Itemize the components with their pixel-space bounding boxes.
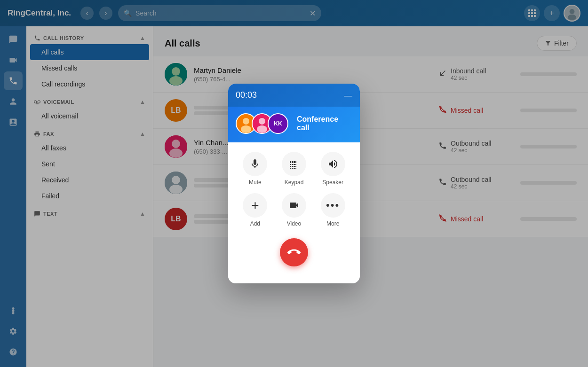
svg-point-24 [243, 118, 249, 125]
controls-row-2: + Add Video ••• More [236, 193, 352, 227]
speaker-button[interactable]: Speaker [319, 152, 347, 186]
call-modal-header: 00:03 — [228, 84, 360, 107]
speaker-icon [321, 152, 345, 176]
keypad-label: Keypad [285, 179, 304, 186]
end-call-area [236, 234, 352, 274]
minimize-button[interactable]: — [344, 91, 352, 100]
controls-row-1: Mute Keypad Speake [236, 152, 352, 186]
mute-button[interactable]: Mute [241, 152, 269, 186]
add-label: Add [250, 220, 260, 227]
video-icon [282, 193, 306, 218]
more-label: More [326, 220, 339, 227]
add-call-button[interactable]: + Add [241, 193, 269, 227]
more-button[interactable]: ••• More [319, 193, 347, 227]
svg-point-25 [241, 125, 251, 133]
call-modal-participants: KK Conference call [228, 107, 360, 142]
call-timer: 00:03 [236, 90, 257, 100]
conference-label: Conference call [297, 115, 352, 132]
participant-avatars: KK [236, 113, 288, 134]
add-icon: + [243, 193, 267, 218]
mute-icon [243, 152, 267, 176]
call-modal: 00:03 — [228, 84, 360, 283]
video-label: Video [287, 220, 301, 227]
call-modal-controls: Mute Keypad Speake [228, 142, 360, 283]
speaker-label: Speaker [322, 179, 343, 186]
participant-avatar-3: KK [268, 113, 288, 134]
video-button[interactable]: Video [280, 193, 308, 227]
keypad-button[interactable]: Keypad [280, 152, 308, 186]
end-call-button[interactable] [280, 238, 308, 266]
svg-point-27 [259, 118, 265, 125]
keypad-icon [282, 152, 306, 176]
svg-point-28 [257, 125, 267, 133]
mute-label: Mute [249, 179, 262, 186]
overlay-backdrop: 00:03 — [0, 0, 588, 367]
more-icon: ••• [321, 193, 345, 218]
